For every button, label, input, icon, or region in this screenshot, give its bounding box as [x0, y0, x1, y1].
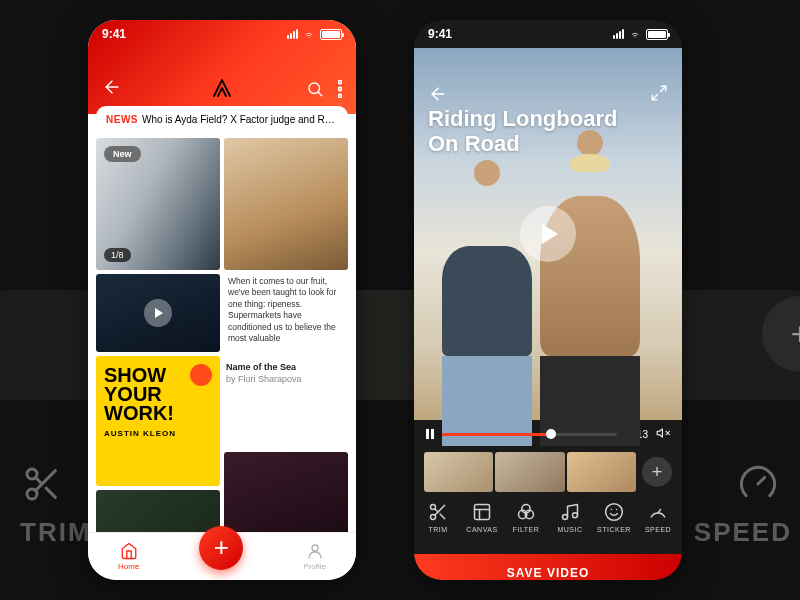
scrubber-progress — [442, 433, 551, 436]
svg-point-32 — [563, 515, 568, 520]
pause-button[interactable] — [426, 429, 434, 439]
video-preview[interactable]: Riding Longboard On Road — [414, 48, 682, 420]
bottom-tab-bar: Home + Profile — [88, 532, 356, 580]
feed-video-card[interactable] — [96, 274, 220, 352]
svg-rect-26 — [475, 505, 490, 520]
tool-sticker[interactable]: STICKER — [592, 502, 636, 554]
svg-marker-18 — [657, 429, 662, 437]
video-title: Riding Longboard On Road — [428, 106, 622, 157]
scrubber-thumb[interactable] — [546, 429, 556, 439]
tool-canvas[interactable]: CANVAS — [460, 502, 504, 554]
music-icon — [560, 502, 580, 522]
battery-icon — [320, 29, 342, 40]
feed-excerpt[interactable]: When it comes to our fruit, we've been t… — [224, 274, 348, 352]
svg-line-17 — [652, 95, 657, 100]
search-button[interactable] — [306, 80, 324, 102]
book-author: AUSTIN KLEON — [104, 429, 212, 438]
news-label: NEWS — [106, 114, 138, 125]
news-ticker[interactable]: NEWSWho is Ayda Field? X Factor judge an… — [96, 106, 348, 133]
play-icon — [144, 299, 172, 327]
svg-line-37 — [658, 510, 661, 513]
clip-thumbnail[interactable] — [495, 452, 564, 492]
save-video-button[interactable]: SAVE VIDEO — [414, 554, 682, 580]
new-badge: New — [104, 146, 141, 162]
video-subject — [540, 130, 640, 420]
svg-line-24 — [440, 514, 445, 519]
svg-point-14 — [635, 37, 636, 38]
tab-home[interactable]: Home — [118, 542, 139, 571]
clip-thumbnail[interactable] — [567, 452, 636, 492]
phone-video-editor-screen: 9:41 Riding Longboard On Road — [414, 20, 682, 580]
tool-filter[interactable]: FILTER — [504, 502, 548, 554]
status-time: 9:41 — [428, 27, 452, 41]
gallery-pager: 1/8 — [104, 248, 131, 262]
status-time: 9:41 — [102, 27, 126, 41]
video-subject — [442, 160, 532, 420]
scissors-icon — [428, 502, 448, 522]
svg-line-3 — [46, 488, 55, 497]
status-bar: 9:41 — [88, 20, 356, 48]
profile-icon — [306, 542, 324, 560]
clip-thumbnail-strip: + — [414, 448, 682, 496]
feed-card[interactable] — [224, 452, 348, 532]
tool-trim[interactable]: TRIM — [416, 502, 460, 554]
article-byline: by Flori Sharapova — [226, 374, 346, 386]
background-speed-label: SPEED — [694, 517, 792, 548]
tool-music[interactable]: MUSIC — [548, 502, 592, 554]
feed-grid: New 1/8 When it comes to our fruit, we'v… — [96, 138, 348, 532]
battery-icon — [646, 29, 668, 40]
svg-point-11 — [338, 87, 341, 90]
tab-profile[interactable]: Profile — [303, 542, 326, 571]
svg-point-12 — [338, 94, 341, 97]
wifi-icon — [628, 29, 642, 39]
article-title: Name of the Sea — [226, 362, 346, 374]
filter-icon — [516, 502, 536, 522]
svg-line-4 — [36, 478, 42, 484]
play-button[interactable] — [520, 206, 576, 262]
editor-toolbar: TRIM CANVAS FILTER MUSIC STICKER SPEED — [414, 496, 682, 554]
feed-card[interactable] — [224, 138, 348, 270]
create-fab[interactable]: + — [199, 526, 243, 570]
back-button[interactable] — [102, 77, 122, 102]
feed-card[interactable] — [96, 490, 220, 532]
canvas-icon — [472, 502, 492, 522]
scrubber-track[interactable] — [442, 433, 617, 436]
more-menu-button[interactable] — [338, 80, 342, 102]
status-bar: 9:41 — [414, 20, 682, 48]
bestseller-sticker-icon — [190, 364, 212, 386]
tool-speed[interactable]: SPEED — [636, 502, 680, 554]
mute-button[interactable] — [656, 426, 670, 442]
home-icon — [120, 542, 138, 560]
scissors-icon — [22, 464, 62, 508]
speedometer-icon — [738, 464, 778, 508]
signal-icon — [287, 29, 298, 39]
svg-line-9 — [318, 92, 321, 95]
sticker-icon — [604, 502, 624, 522]
signal-icon — [613, 29, 624, 39]
fullscreen-button[interactable] — [650, 84, 668, 106]
svg-point-33 — [573, 513, 578, 518]
add-clip-button[interactable]: + — [642, 457, 672, 487]
feed-hero-card[interactable]: New 1/8 — [96, 138, 220, 270]
clip-thumbnail[interactable] — [424, 452, 493, 492]
svg-point-13 — [312, 545, 318, 551]
app-logo — [210, 76, 234, 104]
svg-line-25 — [435, 509, 438, 512]
wifi-icon — [302, 29, 316, 39]
svg-line-16 — [661, 86, 666, 91]
phone-feed-screen: 9:41 NEWSWho — [88, 20, 356, 580]
feed-book-card[interactable]: ShowYourWork! AUSTIN KLEON — [96, 356, 220, 486]
background-trim-label: TRIM — [20, 517, 92, 548]
svg-line-5 — [758, 477, 765, 484]
svg-point-8 — [309, 83, 320, 94]
news-headline: Who is Ayda Field? X Factor judge and Ro… — [142, 114, 348, 125]
svg-point-6 — [309, 37, 310, 38]
svg-point-10 — [338, 80, 341, 83]
svg-point-34 — [606, 504, 623, 521]
speedometer-icon — [648, 502, 668, 522]
